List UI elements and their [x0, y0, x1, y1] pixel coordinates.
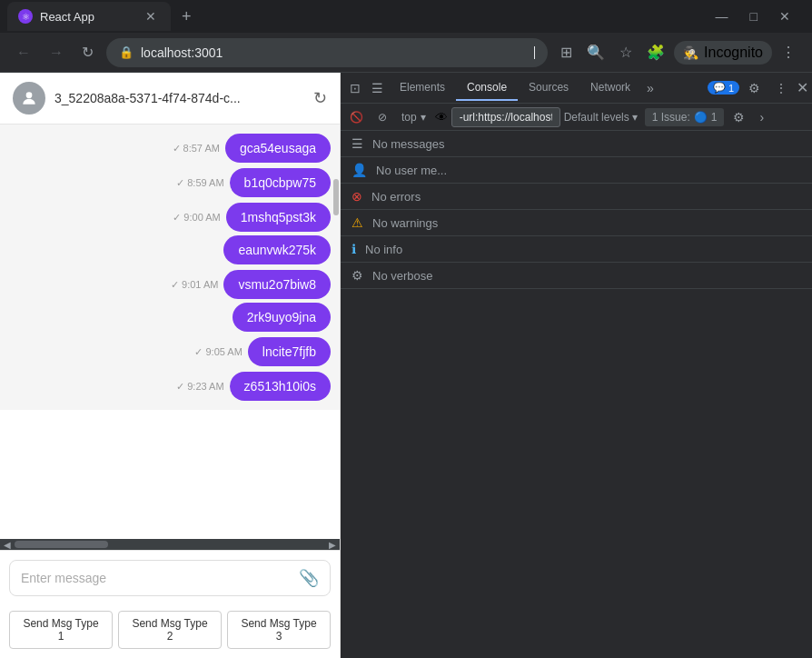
- console-toolbar: 🚫 ⊘ top ▾ 👁 Default levels ▾ 1 Issue: 🔵 …: [341, 104, 812, 131]
- devtools-more-tabs[interactable]: »: [641, 77, 659, 99]
- console-item-verbose[interactable]: ⚙No verbose: [341, 263, 812, 289]
- context-chevron: ▾: [421, 111, 426, 124]
- message-group: ✓ 8:57 AMgca54eusaga: [9, 132, 331, 164]
- translate-icon[interactable]: ⊞: [555, 38, 578, 66]
- message-bubble[interactable]: gca54eusaga: [225, 134, 331, 163]
- back-button[interactable]: ←: [11, 39, 36, 66]
- close-button[interactable]: ✕: [772, 5, 797, 27]
- message-bubble[interactable]: 2rk9uyo9jna: [233, 303, 331, 332]
- levels-dropdown-wrapper[interactable]: Default levels ▾: [564, 111, 638, 124]
- filter-input[interactable]: [451, 107, 560, 127]
- eye-icon[interactable]: 👁: [435, 110, 448, 125]
- message-input[interactable]: [21, 571, 292, 585]
- context-label: top: [401, 111, 417, 124]
- devtools-inspect-icon[interactable]: ⊡: [344, 77, 366, 99]
- address-cursor: [534, 46, 535, 59]
- issue-text: 1 Issue:: [652, 111, 690, 124]
- bookmark-icon[interactable]: ☆: [614, 38, 638, 66]
- warning-icon: ⚠: [352, 215, 363, 230]
- devtools-more-options[interactable]: ⋮: [769, 77, 793, 99]
- avatar: [13, 82, 45, 115]
- window-controls: — □ ✕: [708, 5, 805, 27]
- message-time: ✓ 8:57 AM: [173, 143, 220, 155]
- message-time: ✓ 9:23 AM: [176, 381, 223, 393]
- devtools-close-button[interactable]: ✕: [797, 79, 808, 96]
- console-badge: 💬 1: [708, 81, 739, 95]
- message-group: ✓ 9:00 AM1mshq5pst3keaunvwk275k: [9, 201, 331, 266]
- browser-window: ⚛ React App ✕ + — □ ✕ ← → ↻ 🔒 localhost:…: [0, 0, 812, 658]
- issue-badge[interactable]: 1 Issue: 🔵 1: [645, 108, 725, 126]
- verbose-icon: ⚙: [352, 268, 363, 283]
- maximize-button[interactable]: □: [743, 5, 765, 27]
- zoom-icon[interactable]: 🔍: [581, 38, 610, 66]
- incognito-label: Incognito: [704, 45, 763, 61]
- tab-network[interactable]: Network: [579, 75, 641, 101]
- active-tab[interactable]: ⚛ React App ✕: [7, 2, 171, 31]
- info-icon: ℹ: [352, 242, 356, 256]
- address-bar[interactable]: 🔒 localhost:3001: [106, 38, 548, 67]
- tab-title: React App: [40, 10, 134, 24]
- navigation-bar: ← → ↻ 🔒 localhost:3001 ⊞ 🔍 ☆ 🧩 🕵 Incogni…: [0, 33, 812, 73]
- menu-button[interactable]: ⋮: [776, 38, 801, 66]
- send-msg-type-1-button[interactable]: Send Msg Type 1: [9, 611, 113, 649]
- console-item-msg[interactable]: ☰No messages: [341, 131, 812, 157]
- context-selector[interactable]: top ▾: [396, 108, 431, 126]
- chat-scroll-thumb[interactable]: [333, 179, 339, 215]
- title-bar: ⚛ React App ✕ + — □ ✕: [0, 0, 812, 33]
- chat-title: 3_52208a8a-5371-4f74-874d-c...: [54, 91, 304, 105]
- scroll-right-button[interactable]: ▶: [325, 540, 340, 550]
- message-row: ✓ 9:23 AMz6513h10i0s: [176, 372, 331, 401]
- tab-elements[interactable]: Elements: [389, 75, 456, 101]
- message-row: ✓ 9:01 AMvsmu2o7biw8: [171, 270, 331, 299]
- filter-toggle-button[interactable]: ⊘: [372, 108, 392, 126]
- message-group: ✓ 8:59 AMb1q0cbpw75: [9, 166, 331, 199]
- bottom-scrollbar: ◀ ▶: [0, 539, 340, 550]
- forward-button[interactable]: →: [44, 39, 69, 66]
- h-scroll-track: [15, 541, 325, 548]
- message-row: 2rk9uyo9jna: [163, 303, 331, 332]
- message-bubble[interactable]: z6513h10i0s: [230, 372, 331, 401]
- tab-sources[interactable]: Sources: [518, 75, 579, 101]
- console-item-error[interactable]: ⊗No errors: [341, 184, 812, 210]
- message-row: ✓ 9:05 AMlncite7fjfb: [194, 337, 331, 366]
- send-msg-type-2-button[interactable]: Send Msg Type 2: [118, 611, 222, 649]
- nav-actions: ⊞ 🔍 ☆ 🧩 🕵 Incognito ⋮: [555, 38, 801, 66]
- console-item-info[interactable]: ℹNo info: [341, 236, 812, 263]
- devtools-settings-icon[interactable]: ⚙: [743, 77, 766, 99]
- app-header: 3_52208a8a-5371-4f74-874d-c... ↻: [0, 73, 340, 125]
- devtools-device-icon[interactable]: ☰: [366, 77, 389, 99]
- message-bubble[interactable]: b1q0cbpw75: [230, 168, 331, 197]
- minimize-button[interactable]: —: [708, 5, 736, 27]
- message-bubble[interactable]: eaunvwk275k: [223, 235, 331, 264]
- address-text: localhost:3001: [141, 45, 526, 60]
- error-icon: ⊗: [352, 189, 362, 204]
- clear-console-button[interactable]: 🚫: [344, 108, 369, 126]
- h-scroll-thumb[interactable]: [15, 541, 108, 548]
- reload-button[interactable]: ↻: [76, 38, 99, 66]
- scroll-left-button[interactable]: ◀: [0, 540, 15, 550]
- incognito-icon: 🕵: [683, 45, 698, 60]
- levels-chevron: ▾: [632, 111, 638, 124]
- console-item-user[interactable]: 👤No user me...: [341, 157, 812, 184]
- tab-close-button[interactable]: ✕: [142, 7, 160, 25]
- header-action-icon[interactable]: ↻: [313, 88, 327, 108]
- attach-icon[interactable]: 📎: [299, 568, 319, 588]
- console-item-text: No info: [365, 243, 402, 256]
- chat-scrollbar[interactable]: [332, 125, 340, 539]
- console-item-warning[interactable]: ⚠No warnings: [341, 210, 812, 236]
- console-settings-icon[interactable]: ⚙: [728, 107, 750, 127]
- message-time: ✓ 9:00 AM: [173, 212, 220, 224]
- chevron-right-icon[interactable]: ›: [754, 107, 769, 127]
- tab-console[interactable]: Console: [456, 75, 518, 101]
- console-content: ☰No messages👤No user me...⊗No errors⚠No …: [341, 131, 812, 658]
- message-bubble[interactable]: 1mshq5pst3k: [226, 203, 331, 232]
- message-bubble[interactable]: lncite7fjfb: [248, 337, 331, 366]
- message-row: ✓ 9:00 AM1mshq5pst3k: [173, 203, 331, 232]
- new-tab-button[interactable]: +: [174, 4, 199, 30]
- incognito-badge[interactable]: 🕵 Incognito: [674, 41, 772, 65]
- message-group: ✓ 9:05 AMlncite7fjfb: [9, 335, 331, 368]
- message-bubble[interactable]: vsmu2o7biw8: [223, 270, 331, 299]
- msg-icon: ☰: [352, 136, 363, 151]
- extension-icon[interactable]: 🧩: [641, 38, 670, 66]
- send-msg-type-3-button[interactable]: Send Msg Type 3: [227, 611, 331, 649]
